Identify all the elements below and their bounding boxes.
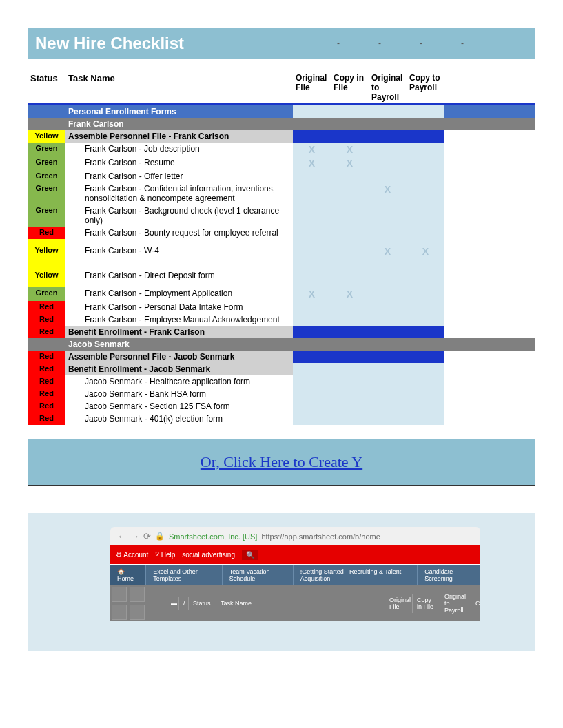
table-row[interactable]: GreenFrank Carlson - Employment Applicat… — [28, 287, 535, 301]
check-cell[interactable] — [293, 301, 331, 313]
check-cell[interactable] — [369, 170, 407, 183]
check-cell[interactable]: X — [293, 143, 331, 156]
check-cell[interactable] — [293, 375, 331, 388]
tab-templates[interactable]: Excel and Other Templates — [146, 565, 223, 585]
check-cell[interactable] — [331, 400, 369, 413]
cta-link[interactable]: Or, Click Here to Create Y — [201, 453, 362, 470]
forward-icon[interactable]: → — [130, 531, 139, 541]
check-cell[interactable] — [331, 264, 369, 287]
check-cell[interactable] — [407, 351, 444, 363]
reload-icon[interactable]: ⟳ — [143, 531, 151, 541]
tab-vacation[interactable]: Team Vacation Schedule — [223, 565, 294, 585]
table-row[interactable]: GreenFrank Carlson - Job descriptionXX — [28, 143, 535, 156]
check-cell[interactable] — [407, 264, 444, 287]
check-cell[interactable] — [293, 239, 331, 264]
toolbar-btn[interactable] — [130, 605, 145, 620]
help-menu[interactable]: ? Help — [155, 551, 175, 559]
check-cell[interactable] — [407, 156, 444, 170]
check-cell[interactable] — [331, 351, 369, 363]
check-cell[interactable] — [407, 326, 444, 338]
check-cell[interactable]: X — [331, 156, 369, 170]
tab-candidate[interactable]: Candidate Screening — [418, 565, 480, 585]
check-cell[interactable] — [331, 363, 369, 375]
check-cell[interactable] — [331, 375, 369, 388]
check-cell[interactable]: X — [407, 239, 444, 264]
table-row[interactable]: GreenFrank Carlson - Confidential inform… — [28, 183, 535, 205]
check-cell[interactable] — [331, 313, 369, 326]
table-row[interactable]: YellowAssemble Personnel File - Frank Ca… — [28, 130, 535, 143]
check-cell[interactable] — [369, 227, 407, 239]
check-cell[interactable] — [407, 130, 444, 143]
search-text[interactable]: social advertising — [182, 551, 235, 559]
check-cell[interactable] — [293, 326, 331, 338]
address-url[interactable]: https://app.smartsheet.com/b/home — [261, 532, 380, 541]
table-row[interactable]: RedFrank Carlson - Personal Data Intake … — [28, 301, 535, 313]
check-cell[interactable] — [369, 205, 407, 227]
table-row[interactable]: RedJacob Senmark - Bank HSA form — [28, 388, 535, 400]
check-cell[interactable] — [369, 143, 407, 156]
check-cell[interactable] — [407, 400, 444, 413]
toolbar-btn[interactable] — [130, 587, 145, 602]
check-cell[interactable] — [293, 205, 331, 227]
check-cell[interactable]: X — [369, 183, 407, 205]
check-cell[interactable] — [407, 287, 444, 301]
check-cell[interactable] — [369, 413, 407, 425]
check-cell[interactable]: X — [293, 287, 331, 301]
check-cell[interactable] — [331, 130, 369, 143]
check-cell[interactable] — [293, 170, 331, 183]
check-cell[interactable] — [407, 301, 444, 313]
check-cell[interactable] — [407, 170, 444, 183]
table-row[interactable]: GreenFrank Carlson - Offer letter — [28, 170, 535, 183]
table-row[interactable]: RedBenefit Enrollment - Frank Carlson — [28, 326, 535, 338]
table-row[interactable]: GreenFrank Carlson - Background check (l… — [28, 205, 535, 227]
check-cell[interactable] — [369, 156, 407, 170]
check-cell[interactable] — [331, 205, 369, 227]
check-cell[interactable] — [331, 301, 369, 313]
check-cell[interactable] — [331, 413, 369, 425]
check-cell[interactable] — [331, 388, 369, 400]
check-cell[interactable] — [407, 388, 444, 400]
table-row[interactable]: YellowFrank Carlson - W-4XX — [28, 239, 535, 264]
table-row[interactable]: RedBenefit Enrollment - Jacob Senmark — [28, 363, 535, 375]
table-row[interactable]: RedJacob Senmark - Healthcare applicatio… — [28, 375, 535, 388]
check-cell[interactable] — [293, 351, 331, 363]
check-cell[interactable] — [369, 351, 407, 363]
table-row[interactable]: RedAssemble Personnel File - Jacob Senma… — [28, 351, 535, 363]
check-cell[interactable] — [331, 326, 369, 338]
tab-home[interactable]: 🏠 Home — [110, 565, 146, 585]
check-cell[interactable] — [293, 313, 331, 326]
table-row[interactable]: GreenFrank Carlson - ResumeXX — [28, 156, 535, 170]
check-cell[interactable]: X — [331, 287, 369, 301]
check-cell[interactable] — [369, 375, 407, 388]
check-cell[interactable] — [331, 227, 369, 239]
table-row[interactable]: RedJacob Senmark - 401(k) election form — [28, 413, 535, 425]
check-cell[interactable] — [293, 400, 331, 413]
check-cell[interactable]: X — [369, 239, 407, 264]
check-cell[interactable] — [331, 183, 369, 205]
tab-getting-started[interactable]: !Getting Started - Recruiting & Talent A… — [294, 565, 418, 585]
check-cell[interactable] — [293, 413, 331, 425]
table-row[interactable]: RedJacob Senmark - Section 125 FSA form — [28, 400, 535, 413]
check-cell[interactable] — [407, 183, 444, 205]
check-cell[interactable] — [369, 400, 407, 413]
back-icon[interactable]: ← — [117, 531, 126, 541]
check-cell[interactable] — [369, 301, 407, 313]
check-cell[interactable] — [407, 363, 444, 375]
check-cell[interactable] — [407, 313, 444, 326]
check-cell[interactable] — [369, 264, 407, 287]
table-row[interactable]: RedFrank Carlson - Employee Manual Ackno… — [28, 313, 535, 326]
toolbar-btn[interactable] — [112, 605, 127, 620]
check-cell[interactable] — [331, 239, 369, 264]
check-cell[interactable] — [293, 388, 331, 400]
check-cell[interactable] — [369, 388, 407, 400]
check-cell[interactable] — [369, 326, 407, 338]
check-cell[interactable] — [293, 363, 331, 375]
check-cell[interactable] — [293, 264, 331, 287]
check-cell[interactable] — [369, 130, 407, 143]
check-cell[interactable] — [407, 413, 444, 425]
check-cell[interactable]: X — [293, 156, 331, 170]
check-cell[interactable]: X — [331, 143, 369, 156]
check-cell[interactable] — [369, 287, 407, 301]
check-cell[interactable] — [407, 375, 444, 388]
check-cell[interactable] — [331, 170, 369, 183]
